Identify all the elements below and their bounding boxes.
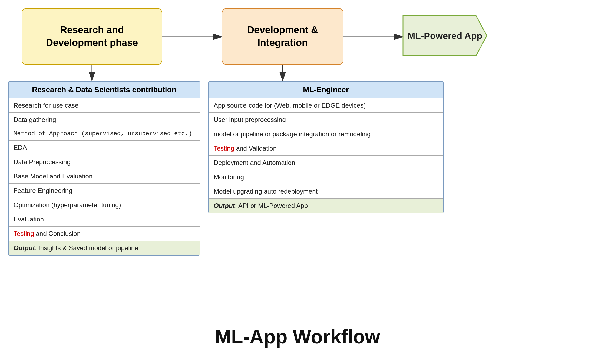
- list-item-testing: Testing and Validation: [209, 141, 443, 156]
- diagram-container: Research and Development phase Developme…: [0, 0, 595, 364]
- list-item: Method of Approach (supervised, unsuperv…: [9, 127, 200, 141]
- ml-app-label: ML-Powered App: [403, 16, 487, 56]
- list-item: Deployment and Automation: [209, 156, 443, 170]
- list-item-output: Output: Insights & Saved model or pipeli…: [9, 241, 200, 255]
- list-item: Monitoring: [209, 170, 443, 184]
- left-detail-box: Research & Data Scientists contribution …: [8, 81, 200, 256]
- list-item: Evaluation: [9, 212, 200, 227]
- list-item: Research for use case: [9, 98, 200, 113]
- dev-phase-box: Development & Integration: [222, 8, 343, 65]
- research-phase-label: Research and Development phase: [46, 24, 138, 49]
- list-item: EDA: [9, 141, 200, 155]
- dev-phase-label: Development & Integration: [247, 24, 318, 49]
- right-box-header: ML-Engineer: [209, 82, 443, 98]
- list-item-output: Output: API or ML-Powered App: [209, 199, 443, 213]
- list-item: model or pipeline or package integration…: [209, 127, 443, 141]
- right-detail-box: ML-Engineer App source-code for (Web, mo…: [208, 81, 444, 213]
- left-box-header: Research & Data Scientists contribution: [9, 82, 200, 98]
- list-item: Feature Engineering: [9, 184, 200, 198]
- research-phase-box: Research and Development phase: [22, 8, 162, 65]
- list-item: Base Model and Evaluation: [9, 169, 200, 184]
- list-item-testing: Testing and Conclusion: [9, 227, 200, 241]
- list-item: Data Preprocessing: [9, 155, 200, 169]
- list-item: Data gathering: [9, 113, 200, 127]
- list-item: Optimization (hyperparameter tuning): [9, 198, 200, 212]
- list-item: App source-code for (Web, mobile or EDGE…: [209, 98, 443, 113]
- page-title: ML-App Workflow: [0, 326, 595, 348]
- list-item: Model upgrading auto redeployment: [209, 184, 443, 199]
- list-item: User input preprocessing: [209, 113, 443, 127]
